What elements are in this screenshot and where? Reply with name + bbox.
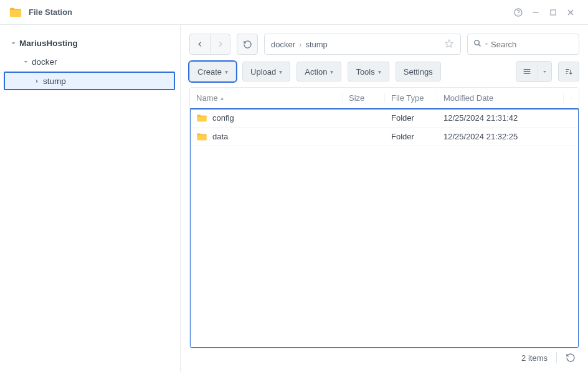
app-title: File Station [29,7,72,17]
chevron-down-icon: ▾ [378,68,381,75]
column-header-size[interactable]: Size [343,93,385,103]
svg-line-8 [478,44,480,46]
path-row: docker › stump [189,34,579,55]
column-header-modified[interactable]: Modified Date [437,93,564,103]
item-count: 2 items [521,353,548,363]
create-button[interactable]: Create ▾ [189,62,236,81]
file-type: Folder [385,132,437,141]
nav-forward-button[interactable] [210,34,230,54]
close-icon[interactable] [562,4,579,21]
maximize-icon[interactable] [544,4,562,21]
button-label: Tools [356,67,374,77]
folder-app-icon [9,6,22,19]
column-label: Size [349,93,364,103]
chevron-down-icon [21,57,30,66]
nav-back-button[interactable] [190,34,210,54]
table-body: config Folder 12/25/2024 21:31:42 data [190,109,579,348]
tree-root[interactable]: MariusHosting [0,34,180,52]
button-label: Create [197,67,222,77]
settings-button[interactable]: Settings [396,62,441,81]
column-label: Name [196,93,218,103]
table-header: Name ▴ Size File Type Modified Date [190,88,579,109]
file-station-window: File Station MariusHosting [0,0,588,372]
folder-icon [196,133,207,141]
tree-item-label: docker [32,57,57,67]
table-row[interactable]: config Folder 12/25/2024 21:31:42 [190,109,579,128]
action-button[interactable]: Action ▾ [296,62,341,81]
file-name: config [212,113,234,123]
title-bar: File Station [0,0,588,25]
svg-marker-6 [445,40,453,47]
folder-tree-sidebar: MariusHosting docker stump [0,25,181,372]
file-modified: 12/25/2024 21:32:25 [437,132,579,141]
breadcrumb: docker › stump [264,34,461,55]
view-mode-group [516,61,552,82]
status-bar: 2 items [189,348,579,367]
view-mode-dropdown[interactable] [538,62,551,81]
sort-icon[interactable] [558,62,579,81]
tree-root-label: MariusHosting [19,39,78,48]
chevron-down-icon: ▾ [225,68,228,75]
divider [556,352,557,363]
folder-icon [196,114,207,123]
list-view-icon[interactable] [516,62,538,81]
file-table: Name ▴ Size File Type Modified Date [189,87,579,348]
breadcrumb-segment[interactable]: stump [305,40,327,49]
sort-asc-icon: ▴ [220,95,224,101]
tree-item-stump[interactable]: stump [4,72,175,90]
svg-point-16 [571,98,572,98]
column-label: Modified Date [443,93,493,103]
upload-button[interactable]: Upload ▾ [242,62,290,81]
tree-item-docker[interactable]: docker [0,52,180,71]
search-input[interactable] [491,40,588,49]
main-area: MariusHosting docker stump [0,25,588,372]
column-label: File Type [391,93,424,103]
search-box[interactable] [467,34,579,55]
refresh-icon[interactable] [566,353,576,363]
toolbar: Create ▾ Upload ▾ Action ▾ Tools ▾ Setti… [189,61,579,82]
column-header-name[interactable]: Name ▴ [190,93,343,103]
chevron-right-icon: › [299,40,301,49]
search-icon [473,39,482,50]
svg-point-15 [571,97,572,98]
svg-rect-3 [551,9,556,14]
content-pane: docker › stump [181,25,588,372]
button-label: Settings [404,67,433,77]
tools-button[interactable]: Tools ▾ [348,62,389,81]
tree-item-label: stump [43,77,66,86]
table-row[interactable]: data Folder 12/25/2024 21:32:25 [190,128,579,146]
chevron-down-icon [9,39,17,47]
reload-button[interactable] [237,34,258,55]
chevron-right-icon [32,77,41,85]
help-icon[interactable] [510,4,527,21]
button-label: Action [305,67,327,77]
column-header-type[interactable]: File Type [385,93,437,103]
svg-point-17 [571,98,572,99]
breadcrumb-segment[interactable]: docker [271,40,295,49]
minimize-icon[interactable] [527,4,544,21]
chevron-down-icon[interactable] [483,40,490,49]
chevron-down-icon: ▾ [330,68,333,75]
nav-back-forward [189,34,230,55]
svg-point-1 [518,14,518,14]
column-menu-icon[interactable] [564,94,579,103]
chevron-down-icon: ▾ [279,68,282,75]
svg-point-7 [475,40,480,45]
favorite-star-icon[interactable] [444,39,454,50]
file-name: data [212,132,228,141]
button-label: Upload [250,67,276,77]
file-modified: 12/25/2024 21:31:42 [437,113,579,123]
file-type: Folder [385,113,437,123]
